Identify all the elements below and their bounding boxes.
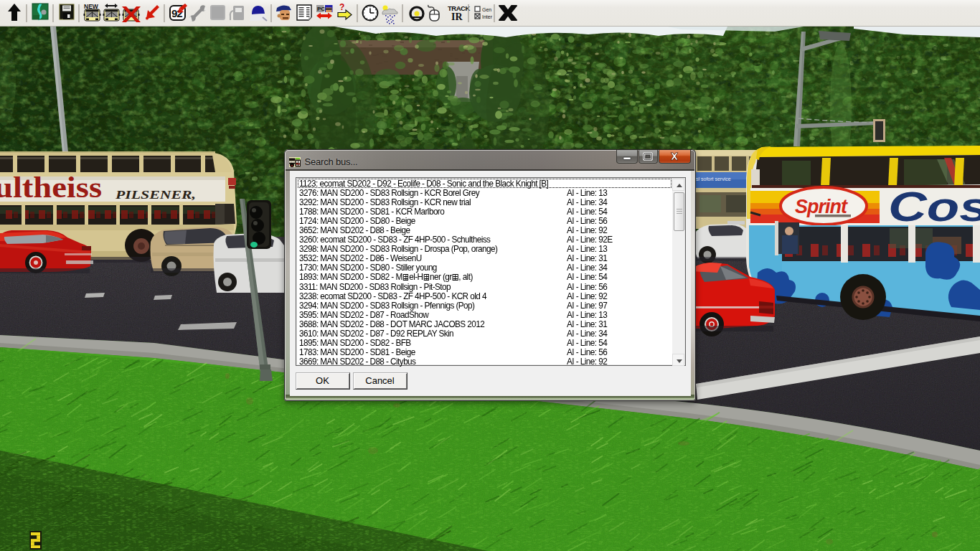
svg-text:?: ? — [339, 2, 344, 12]
svg-text:Inter: Inter — [482, 14, 493, 19]
svg-text:ultheiss: ultheiss — [0, 171, 102, 204]
svg-text:Cosy: Cosy — [888, 183, 980, 230]
svg-text:PILSENER,: PILSENER, — [115, 189, 196, 201]
svg-text:sl sofort service: sl sofort service — [696, 176, 731, 182]
svg-text:IR: IR — [451, 11, 463, 22]
svg-text:PC: PC — [317, 6, 325, 12]
svg-text:Gen: Gen — [482, 7, 491, 12]
svg-text:Sprint: Sprint — [795, 196, 848, 217]
